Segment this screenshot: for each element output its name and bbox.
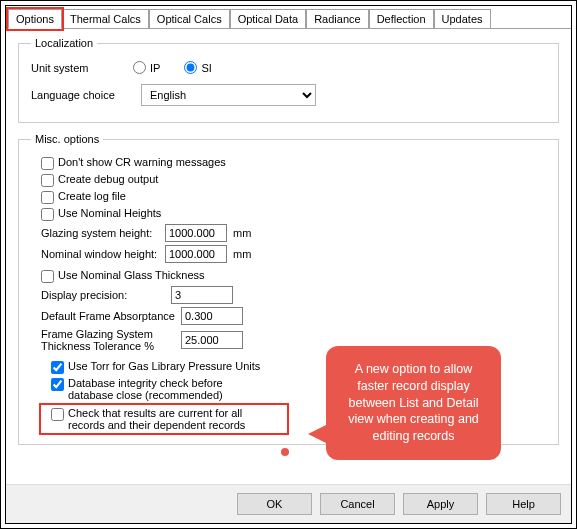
debug-check[interactable]: Create debug output — [31, 173, 546, 187]
glazing-h-input[interactable] — [165, 224, 227, 242]
dialog-buttons: OK Cancel Apply Help — [6, 484, 571, 523]
disp-prec-label: Display precision: — [41, 289, 171, 301]
language-select[interactable]: English — [141, 84, 316, 106]
window-h-label: Nominal window height: — [41, 248, 165, 260]
radio-ip[interactable]: IP — [133, 61, 160, 74]
misc-legend: Misc. options — [31, 133, 103, 145]
annotation-pointer — [281, 448, 289, 456]
check-results-check[interactable]: Check that results are current for all r… — [41, 405, 287, 433]
tab-radiance[interactable]: Radiance — [306, 9, 368, 28]
radio-si-input[interactable] — [184, 61, 197, 74]
tab-optical-calcs[interactable]: Optical Calcs — [149, 9, 230, 28]
glazing-h-label: Glazing system height: — [41, 227, 165, 239]
nominal-heights-check[interactable]: Use Nominal Heights — [31, 207, 546, 221]
thick-tol-input[interactable] — [181, 331, 243, 349]
thick-tol-label: Frame Glazing System Thickness Tolerance… — [41, 328, 159, 352]
nominal-glass-check[interactable]: Use Nominal Glass Thickness — [31, 269, 546, 283]
annotation-callout: A new option to allow faster record disp… — [326, 346, 501, 460]
tab-deflection[interactable]: Deflection — [369, 9, 434, 28]
unit-system-label: Unit system — [31, 62, 123, 74]
frame-abs-input[interactable] — [181, 307, 243, 325]
cr-warning-check[interactable]: Don't show CR warning messages — [31, 156, 546, 170]
tab-optical-data[interactable]: Optical Data — [230, 9, 307, 28]
localization-legend: Localization — [31, 37, 97, 49]
frame-abs-label: Default Frame Absorptance — [41, 310, 181, 322]
help-button[interactable]: Help — [486, 493, 561, 515]
tab-strip: Options Thermal Calcs Optical Calcs Opti… — [6, 6, 571, 29]
tab-updates[interactable]: Updates — [434, 9, 491, 28]
radio-ip-input[interactable] — [133, 61, 146, 74]
apply-button[interactable]: Apply — [403, 493, 478, 515]
tab-options[interactable]: Options — [8, 9, 62, 29]
ok-button[interactable]: OK — [237, 493, 312, 515]
disp-prec-input[interactable] — [171, 286, 233, 304]
cancel-button[interactable]: Cancel — [320, 493, 395, 515]
localization-group: Localization Unit system IP SI Language … — [18, 37, 559, 123]
radio-si[interactable]: SI — [184, 61, 211, 74]
window-h-input[interactable] — [165, 245, 227, 263]
logfile-check[interactable]: Create log file — [31, 190, 546, 204]
language-label: Language choice — [31, 89, 141, 101]
tab-thermal[interactable]: Thermal Calcs — [62, 9, 149, 28]
